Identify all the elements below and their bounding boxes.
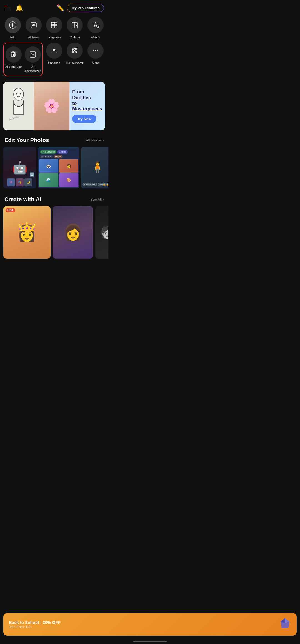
- menu-button[interactable]: [4, 6, 11, 10]
- tool-ai-generate-label: AI Generate: [5, 65, 22, 69]
- banner-sketch-art: AI Sketch: [3, 82, 34, 130]
- ai-cartoonizer-icon: AI: [25, 46, 41, 63]
- tool-ai-generate[interactable]: T AI Generate: [4, 44, 23, 74]
- header-left: 🔔: [4, 4, 23, 12]
- svg-point-24: [20, 93, 21, 95]
- tool-effects-label: Effects: [91, 35, 100, 39]
- create-ai-see-all[interactable]: See All ›: [91, 197, 104, 202]
- create-ai-title: Create with AI: [4, 196, 41, 203]
- ai-card-2[interactable]: 👩: [53, 206, 93, 259]
- promo-banner[interactable]: AI SKETCH AI Sketch 🌸 From Dood: [3, 82, 105, 130]
- tool-ai-cartoonizer-label: AI Cartoonizer: [25, 65, 41, 73]
- ai-card-1[interactable]: HOT 👸: [3, 206, 51, 259]
- hot-badge: HOT: [6, 208, 15, 212]
- app-header: 🔔 ✏️ Try Pro Features: [0, 0, 108, 15]
- edit-circle-icon: [5, 17, 21, 33]
- tool-enhance[interactable]: Enhance: [45, 43, 64, 76]
- enhance-icon: [46, 43, 62, 59]
- tool-bg-remover-label: Bg Remover: [66, 61, 83, 65]
- photo-card-3[interactable]: 🧍 Cartoon Self American C 🔒 🔒 🔒: [81, 147, 108, 188]
- svg-point-21: [97, 50, 98, 51]
- ai-card-3-art: 🧑: [95, 206, 108, 259]
- tool-more[interactable]: More: [86, 43, 105, 76]
- banner-title: From Doodles to Masterpieces: [72, 89, 102, 112]
- svg-text:T: T: [13, 54, 14, 56]
- header-right: ✏️ Try Pro Features: [57, 4, 104, 12]
- tools-row-2: T AI Generate AI AI Cartoonizer: [0, 41, 108, 79]
- photo-card-2[interactable]: Free Creation Comics Animation Hot St 🐼 …: [38, 147, 79, 188]
- edit-photos-title: Edit Your Photos: [4, 137, 49, 143]
- tools-row-1: Edit AI AI Tools Templates: [0, 15, 108, 41]
- photo-thumbnails-1: 👾 🎭 🌙: [7, 178, 32, 186]
- create-ai-header: Create with AI See All ›: [0, 194, 108, 206]
- svg-rect-5: [51, 22, 54, 25]
- tool-effects[interactable]: Effects: [86, 17, 105, 39]
- svg-rect-6: [54, 22, 57, 25]
- tool-collage[interactable]: Collage: [65, 17, 84, 39]
- tool-ai-tools[interactable]: AI AI Tools: [24, 17, 43, 39]
- ai-card-1-art: 👸: [3, 206, 51, 259]
- templates-circle-icon: [46, 17, 62, 33]
- grid-cell-4: 🎨: [59, 173, 79, 187]
- svg-rect-8: [54, 25, 57, 28]
- banner-inner: AI Sketch 🌸 From Doodles to Masterpieces…: [3, 82, 105, 130]
- ai-tools-highlight-box: T AI Generate AI AI Cartoonizer: [3, 43, 43, 76]
- tool-bg-remover[interactable]: Bg Remover: [65, 43, 84, 76]
- grid-cell-1: 🐼: [39, 159, 58, 173]
- banner-anime-art: 🌸: [34, 82, 69, 130]
- card-tags-bar: Free Creation Comics Animation Hot St: [39, 150, 78, 158]
- grid-cell-2: 👩: [59, 159, 79, 173]
- photos-row: 🤖 👾 🎭 🌙 ⬇️ Free Creation Comics Animatio…: [0, 147, 108, 194]
- lock-icons: 🔒 🔒 🔒: [103, 183, 108, 186]
- collage-circle-icon: [67, 17, 83, 33]
- tool-templates-label: Templates: [47, 35, 61, 39]
- try-now-button[interactable]: Try Now: [72, 115, 96, 123]
- svg-point-19: [93, 50, 94, 51]
- effects-circle-icon: [88, 17, 104, 33]
- ai-generate-icon: T: [6, 46, 22, 63]
- tool-templates[interactable]: Templates: [45, 17, 64, 39]
- ai-card-3[interactable]: 🧑: [95, 206, 108, 259]
- tool-more-label: More: [92, 61, 99, 65]
- tool-edit[interactable]: Edit: [3, 17, 22, 39]
- svg-point-23: [16, 93, 17, 95]
- notifications-button[interactable]: 🔔: [16, 4, 23, 12]
- svg-rect-7: [51, 25, 54, 28]
- banner-text: From Doodles to Masterpieces Try Now: [69, 86, 105, 126]
- bg-remover-icon: [67, 43, 83, 59]
- grid-cell-3: 🌊: [39, 173, 58, 187]
- tool-edit-label: Edit: [10, 35, 16, 39]
- svg-point-22: [14, 88, 24, 100]
- photo-card-1[interactable]: 🤖 👾 🎭 🌙 ⬇️: [3, 147, 36, 188]
- tool-ai-tools-label: AI Tools: [28, 35, 39, 39]
- more-icon: [88, 43, 104, 59]
- edit-icon[interactable]: ✏️: [57, 4, 64, 12]
- tool-ai-cartoonizer[interactable]: AI AI Cartoonizer: [23, 44, 42, 74]
- tool-enhance-label: Enhance: [48, 61, 60, 65]
- svg-text:AI: AI: [32, 23, 35, 27]
- ai-cards-row: HOT 👸 👩 🧑: [0, 206, 108, 259]
- ai-card-2-art: 👩: [53, 206, 93, 259]
- svg-point-20: [95, 50, 96, 51]
- pro-features-button[interactable]: Try Pro Features: [67, 4, 104, 12]
- edit-photos-see-all[interactable]: All photos ›: [86, 138, 104, 142]
- tool-collage-label: Collage: [70, 35, 80, 39]
- svg-point-12: [97, 26, 99, 28]
- edit-photos-header: Edit Your Photos All photos ›: [0, 135, 108, 147]
- ai-tools-circle-icon: AI: [26, 17, 42, 33]
